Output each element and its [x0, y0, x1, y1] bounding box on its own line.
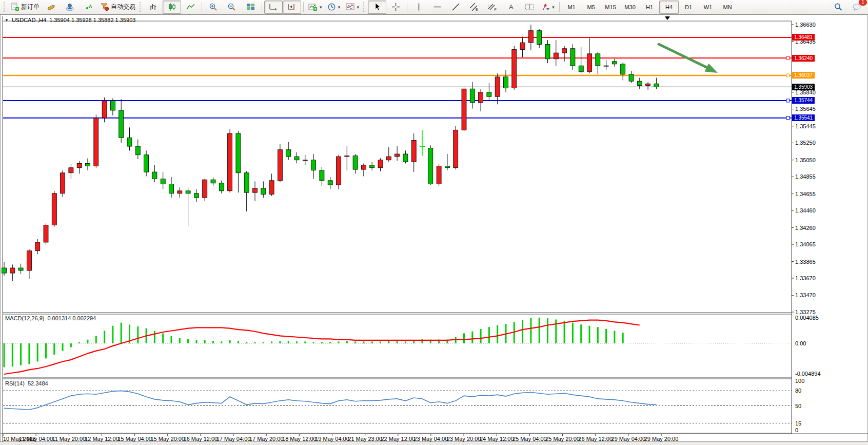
time-axis-label: 19 May 04:00 — [315, 436, 349, 442]
rsi-value: 52.3484 — [28, 380, 48, 386]
chart-shift-marker-icon[interactable] — [665, 16, 670, 20]
time-axis-label: 29 May 04:00 — [611, 436, 646, 442]
candle-body — [487, 92, 491, 96]
timeframe-h1[interactable]: H1 — [640, 1, 659, 14]
toolbar-separator — [407, 2, 407, 12]
svg-text:F: F — [495, 8, 497, 11]
timeframe-w1[interactable]: W1 — [698, 1, 718, 14]
search-button[interactable] — [829, 1, 847, 14]
candle-body — [453, 130, 458, 167]
timeframe-m15[interactable]: M15 — [601, 1, 620, 14]
timeframe-group: M1M5M15M30H1H4D1W1MN — [562, 1, 737, 14]
timeframe-mn[interactable]: MN — [718, 1, 737, 14]
symbol-dropdown-icon[interactable]: ▼ — [5, 18, 9, 23]
chevron-down-icon: ▾ — [338, 5, 341, 10]
price-line-handle[interactable] — [786, 74, 790, 77]
timeframe-m30[interactable]: M30 — [620, 1, 640, 14]
timeframe-m1[interactable]: M1 — [562, 1, 581, 14]
rsi-line — [4, 391, 656, 410]
trendline-button[interactable] — [446, 1, 465, 14]
timeframe-h4[interactable]: H4 — [659, 1, 679, 14]
candle-body — [135, 146, 140, 155]
tile-windows-button[interactable] — [241, 1, 260, 14]
line-chart-type-button[interactable] — [181, 1, 200, 14]
arrows-icon — [541, 3, 550, 11]
indicators-button[interactable]: ▾ — [306, 1, 325, 14]
price-line-handle[interactable] — [786, 99, 790, 102]
crosshair-icon — [391, 3, 400, 11]
auto-trading-button[interactable]: 自动交易 — [97, 1, 138, 14]
time-axis-label: 22 May 12:00 — [381, 436, 415, 442]
candlestick-type-button[interactable] — [163, 1, 181, 14]
chevron-down-icon: ▾ — [320, 5, 322, 10]
styles-button[interactable] — [42, 1, 61, 14]
indicators-icon — [308, 3, 318, 11]
price-line-handle[interactable] — [786, 117, 790, 120]
candle-body — [203, 180, 207, 198]
candle-body — [479, 92, 483, 103]
price-line-handle[interactable] — [786, 56, 790, 60]
horizontal-line-button[interactable] — [428, 1, 446, 14]
fibonacci-button[interactable]: F — [483, 1, 502, 14]
candle-body — [253, 188, 258, 192]
candle-body — [127, 138, 132, 146]
trend-arrow-head[interactable] — [705, 63, 718, 73]
time-axis-label: 25 May 20:00 — [545, 436, 580, 442]
candlestick-icon — [168, 3, 176, 11]
text-label-button[interactable]: T — [520, 1, 539, 14]
chevron-down-icon: ▾ — [357, 5, 360, 10]
templates-button[interactable]: ▾ — [343, 1, 362, 14]
new-order-button[interactable]: 新订单 — [8, 1, 42, 14]
chart-canvas — [1, 15, 868, 445]
macd-signal-line — [4, 320, 640, 374]
price-tick-label: 1.33470 — [795, 292, 831, 298]
candle-body — [35, 242, 40, 251]
time-axis-label: 15 May 04:00 — [117, 436, 152, 442]
search-icon — [834, 3, 843, 11]
svg-text:T: T — [528, 4, 531, 10]
macd-axis-label: 0.004085 — [795, 315, 834, 321]
periods-button[interactable]: ▾ — [325, 1, 343, 14]
candle-body — [328, 181, 332, 185]
candle-body — [152, 172, 157, 179]
macd-values: 0.001314 0.002294 — [47, 315, 96, 321]
zoom-in-button[interactable] — [204, 1, 223, 14]
candle-body — [161, 179, 165, 184]
profile-button[interactable] — [61, 1, 79, 14]
timeframe-d1[interactable]: D1 — [679, 1, 698, 14]
candle-body — [596, 54, 600, 66]
candle-body — [545, 44, 550, 59]
candle-body — [445, 166, 449, 167]
notifications-button[interactable]: 1 — [847, 1, 866, 14]
price-tick-label: 1.35645 — [795, 106, 831, 112]
price-line-badge-support-upper: 1.35744 — [792, 97, 815, 104]
candle-body — [144, 155, 149, 172]
auto-trading-icon — [100, 3, 109, 11]
cursor-button[interactable] — [368, 1, 386, 14]
arrows-button[interactable]: ▾ — [539, 1, 557, 14]
trend-arrow-annotation[interactable] — [659, 44, 706, 67]
time-axis-label: 29 May 20:00 — [644, 436, 679, 442]
candle-body — [27, 251, 31, 270]
candle-body — [311, 160, 316, 170]
chart-title: ▼ USDCAD-,H4 1.35904 1.35928 1.35882 1.3… — [5, 17, 135, 23]
equidistant-channel-button[interactable]: E — [465, 1, 483, 14]
timeframe-m5[interactable]: M5 — [581, 1, 601, 14]
signals-button[interactable] — [79, 1, 97, 14]
candle-body — [495, 77, 500, 96]
price-line-badge-current-price: 1.35903 — [792, 84, 815, 90]
zoom-out-button[interactable] — [223, 1, 241, 14]
toolbar: 新订单 自动交易 — [0, 0, 868, 14]
vertical-line-icon — [415, 3, 423, 11]
auto-scroll-button[interactable] — [264, 1, 283, 14]
text-button[interactable]: A — [502, 1, 520, 14]
vertical-line-button[interactable] — [409, 1, 428, 14]
channel-icon: E — [469, 3, 479, 11]
candle-body — [504, 77, 508, 88]
cursor-icon — [373, 3, 381, 11]
chart-shift-button[interactable] — [283, 1, 301, 14]
time-axis-label: 23 May 04:00 — [414, 436, 448, 442]
crosshair-button[interactable] — [386, 1, 405, 14]
bar-chart-type-button[interactable] — [144, 1, 163, 14]
candle-body — [562, 49, 567, 53]
